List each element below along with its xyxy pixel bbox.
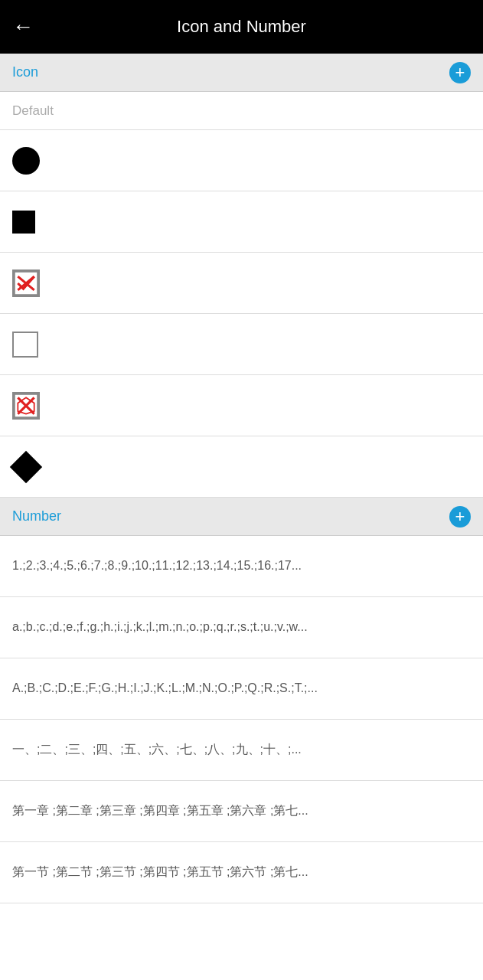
app-header: ← Icon and Number (0, 0, 483, 54)
diamond-icon (10, 450, 42, 482)
page-title: Icon and Number (177, 17, 306, 37)
icon-row-diamond[interactable] (0, 436, 483, 498)
icon-row-circle[interactable] (0, 130, 483, 191)
checkbox-checked-icon (12, 270, 40, 297)
number-row[interactable]: 第一章 ;第二章 ;第三章 ;第四章 ;第五章 ;第六章 ;第七... (0, 781, 483, 842)
number-row-text: 一、;二、;三、;四、;五、;六、;七、;八、;九、;十、;... (12, 741, 302, 758)
icon-default-label: Default (12, 103, 54, 119)
number-row-text: 第一章 ;第二章 ;第三章 ;第四章 ;第五章 ;第六章 ;第七... (12, 802, 308, 819)
icon-default-row[interactable]: Default (0, 92, 483, 130)
number-row[interactable]: 一、;二、;三、;四、;五、;六、;七、;八、;九、;十、;... (0, 720, 483, 781)
number-list: 1.;2.;3.;4.;5.;6.;7.;8.;9.;10.;11.;12.;1… (0, 536, 483, 903)
icon-row-checkbox-x[interactable] (0, 375, 483, 436)
circle-icon (12, 147, 40, 175)
number-section-label: Number (12, 508, 61, 524)
number-row-text: a.;b.;c.;d.;e.;f.;g.;h.;i.;j.;k.;l.;m.;n… (12, 619, 308, 635)
icon-row-square[interactable] (0, 191, 483, 253)
diamond-icon-wrapper (12, 453, 40, 481)
icon-section-header: Icon + (0, 54, 483, 92)
number-row-text: 第一节 ;第二节 ;第三节 ;第四节 ;第五节 ;第六节 ;第七... (12, 864, 308, 880)
number-section-header: Number + (0, 498, 483, 536)
number-row-text: 1.;2.;3.;4.;5.;6.;7.;8.;9.;10.;11.;12.;1… (12, 557, 302, 574)
icon-row-checkbox-checked[interactable] (0, 253, 483, 314)
number-row-text: A.;B.;C.;D.;E.;F.;G.;H.;I.;J.;K.;L.;M.;N… (12, 680, 318, 697)
number-row[interactable]: 第一节 ;第二节 ;第三节 ;第四节 ;第五节 ;第六节 ;第七... (0, 842, 483, 903)
number-row[interactable]: 1.;2.;3.;4.;5.;6.;7.;8.;9.;10.;11.;12.;1… (0, 536, 483, 597)
checkbox-empty-icon (12, 332, 38, 358)
number-add-button[interactable]: + (449, 506, 471, 528)
square-icon (12, 211, 35, 234)
number-row[interactable]: A.;B.;C.;D.;E.;F.;G.;H.;I.;J.;K.;L.;M.;N… (0, 658, 483, 720)
checkbox-x-icon (12, 392, 40, 420)
icon-add-button[interactable]: + (449, 62, 471, 83)
icon-row-checkbox-empty[interactable] (0, 314, 483, 375)
icon-section-label: Icon (12, 64, 38, 80)
number-row[interactable]: a.;b.;c.;d.;e.;f.;g.;h.;i.;j.;k.;l.;m.;n… (0, 597, 483, 658)
back-button[interactable]: ← (12, 16, 34, 38)
